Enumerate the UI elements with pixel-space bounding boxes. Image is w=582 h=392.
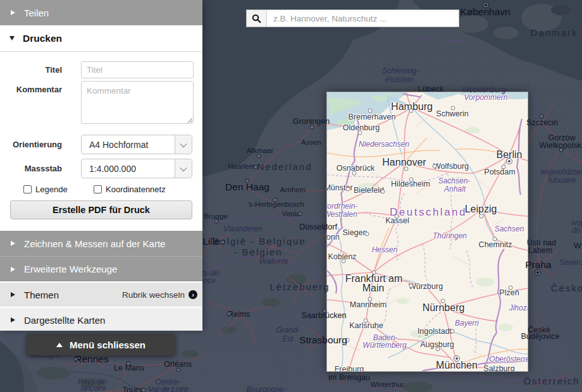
map-label: Siegen <box>343 229 368 237</box>
create-pdf-button[interactable]: Erstelle PDF für Druck <box>10 200 192 219</box>
comment-textarea[interactable] <box>81 81 194 124</box>
app-window: HamburgBremerhavenOldenburgSchwerinVorpo… <box>0 0 582 392</box>
scale-value: 1:4.000.000 <box>82 159 175 178</box>
search-bar <box>246 9 459 27</box>
city-marker <box>493 237 497 242</box>
erweiterte-label: Erweiterte Werkzeuge <box>24 264 117 274</box>
sidebar-item-dargestellte-karten[interactable]: Dargestellte Karten <box>0 307 202 331</box>
city-marker <box>502 165 506 169</box>
zeichnen-label: Zeichnen & Messen auf der Karte <box>24 238 165 249</box>
map-label: Vorpommern <box>464 94 508 101</box>
menu-close-button[interactable]: Menü schliessen <box>27 334 175 355</box>
map-label: Westfalen <box>326 211 357 218</box>
map-label: Main <box>362 283 385 293</box>
chevron-right-icon <box>11 10 15 15</box>
city-marker <box>345 338 350 343</box>
sidebar-item-drucken[interactable]: Drucken <box>0 25 202 52</box>
chevron-down-icon <box>180 140 187 147</box>
legend-checkbox[interactable] <box>23 185 32 193</box>
map-label: Oberösterreich <box>489 355 528 363</box>
chevron-right-icon <box>11 292 15 297</box>
map-label: Nürnberg <box>423 303 465 313</box>
chevron-right-icon <box>11 241 15 246</box>
arrow-right-circle-icon: › <box>189 290 197 299</box>
search-icon <box>252 14 261 23</box>
map-label: Thüringen <box>433 232 467 240</box>
city-marker <box>404 167 409 171</box>
map-label: Bremerhaven <box>348 113 395 121</box>
city-marker <box>480 214 484 219</box>
city-marker <box>342 259 346 264</box>
rubrik-wechseln-link[interactable]: Rubrik wechseln › <box>122 290 202 300</box>
teilen-label: Teilen <box>24 8 49 18</box>
city-marker <box>441 299 445 303</box>
coordinate-grid-checkbox[interactable] <box>94 185 102 193</box>
map-label: Bonn <box>326 233 340 242</box>
dargestellte-label: Dargestellte Karten <box>24 315 105 326</box>
map-label: Schwerin <box>436 110 468 118</box>
map-label: Würzburg <box>409 283 443 291</box>
map-label: Jihozápad <box>509 304 528 312</box>
city-marker <box>365 232 369 236</box>
sidebar-item-zeichnen[interactable]: Zeichnen & Messen auf der Karte <box>0 231 202 256</box>
city-marker <box>346 187 350 192</box>
map-label: Plzeň <box>499 289 519 297</box>
capital-marker <box>506 158 512 164</box>
menu-close-label: Menü schliessen <box>70 340 146 350</box>
map-label: Nordrhein- <box>326 202 357 210</box>
scale-field-label: Massstab <box>0 164 62 173</box>
map-label: Chemnitz <box>479 241 512 249</box>
city-marker <box>381 190 385 194</box>
title-input[interactable] <box>81 61 194 78</box>
orientation-select[interactable]: A4 Hochformat <box>81 135 192 154</box>
city-marker <box>358 131 362 135</box>
map-label: Wolfsburg <box>433 162 469 171</box>
map-label: Württemberg <box>362 341 406 349</box>
chevron-down-icon <box>9 36 15 40</box>
map-label: Leipzig <box>465 204 497 214</box>
map-label: Ingolstadt <box>418 328 452 336</box>
scale-select[interactable]: 1:4.000.000 <box>81 159 192 178</box>
chevron-right-icon <box>11 317 15 322</box>
select-arrow-cap <box>175 135 192 154</box>
chevron-right-icon <box>11 267 15 272</box>
city-marker <box>436 347 440 352</box>
map-label: Karlsruhe <box>349 322 383 330</box>
city-marker <box>409 109 414 113</box>
city-marker <box>409 178 414 182</box>
chevron-up-icon <box>56 343 63 347</box>
map-label: Bielefeld <box>354 187 384 195</box>
search-input[interactable] <box>267 10 459 27</box>
map-label: Sachsen- <box>438 177 471 185</box>
comment-field-label: Kommentar <box>0 85 62 94</box>
select-arrow-cap <box>175 159 192 178</box>
map-label: Freiburg <box>335 365 364 372</box>
map-label: Anhalt <box>444 185 466 193</box>
city-marker <box>409 284 414 288</box>
sidebar-item-themen[interactable]: Themen Rubrik wechseln › <box>0 281 202 307</box>
orientation-field-label: Orientierung <box>0 140 62 149</box>
map-label: Sachsen <box>495 225 524 233</box>
rubrik-wechseln-label: Rubrik wechseln <box>122 290 185 300</box>
themen-label: Themen <box>24 290 59 300</box>
print-preview-area[interactable]: HamburgBremerhavenOldenburgSchwerinVorpo… <box>326 92 528 372</box>
map-label: München <box>436 360 478 371</box>
city-marker <box>451 106 455 111</box>
print-form: Titel Kommentar Orientierung A4 Hochform… <box>0 52 202 231</box>
sidebar-item-teilen[interactable]: Teilen <box>0 0 202 25</box>
city-marker <box>352 171 357 176</box>
city-marker <box>509 286 513 290</box>
sidebar: Teilen Drucken Titel Kommentar Orientier… <box>0 0 202 331</box>
preview-label-layer: HamburgBremerhavenOldenburgSchwerinVorpo… <box>327 92 528 371</box>
title-field-label: Titel <box>0 65 62 75</box>
sidebar-item-erweiterte-werkzeuge[interactable]: Erweiterte Werkzeuge <box>0 256 202 281</box>
city-marker <box>368 297 373 302</box>
map-label: Mannheim <box>350 301 387 309</box>
legend-label: Legende <box>35 185 68 194</box>
city-marker <box>364 319 368 323</box>
city-marker <box>372 271 376 275</box>
map-label: Salzburg <box>483 365 514 372</box>
city-marker <box>433 164 437 169</box>
search-button[interactable] <box>247 10 267 27</box>
map-label: Hessen <box>372 246 398 254</box>
